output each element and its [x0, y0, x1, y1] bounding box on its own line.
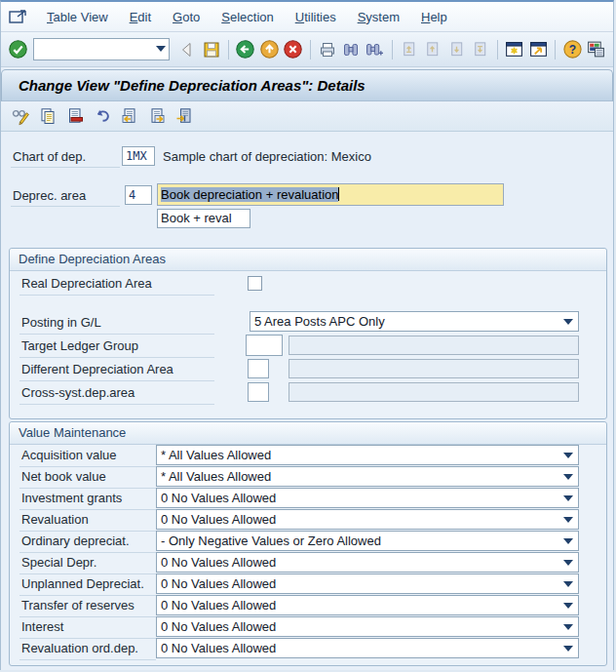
page-title: Change View "Define Depreciation Areas":…	[2, 77, 366, 94]
save-icon	[202, 40, 221, 59]
next-page-button[interactable]	[445, 38, 467, 61]
menu-utilities[interactable]: Utilities	[285, 7, 347, 27]
deprec-area-input[interactable]: 4	[125, 185, 152, 205]
find-button[interactable]	[340, 38, 362, 61]
command-input[interactable]	[37, 40, 158, 59]
text-caret	[338, 187, 339, 201]
menu-edit[interactable]: Edit	[119, 7, 162, 27]
menu-system[interactable]: System	[347, 7, 410, 27]
next-entry-icon	[147, 106, 167, 126]
chart-of-dep-input[interactable]: 1MX	[122, 146, 155, 166]
delete-icon	[65, 106, 85, 126]
revaluation-select[interactable]: 0 No Values Allowed	[156, 509, 579, 530]
menu-selection[interactable]: Selection	[211, 7, 284, 27]
first-page-button[interactable]	[398, 38, 419, 61]
target-ledger-group-description	[289, 336, 579, 355]
special-depr-select[interactable]: 0 No Values Allowed	[156, 552, 579, 573]
net-book-value-label: Net book value	[19, 467, 156, 489]
chevron-down-icon	[563, 581, 573, 587]
other-entry-icon	[174, 106, 194, 126]
chart-of-dep-description: Sample chart of depreciation: Mexico	[163, 147, 371, 167]
cancel-icon	[283, 39, 303, 59]
cancel-button[interactable]	[282, 38, 303, 61]
previous-page-button[interactable]	[422, 38, 443, 61]
real-depreciation-area-checkbox[interactable]	[248, 276, 262, 291]
unplanned-depreciat-select[interactable]: 0 No Values Allowed	[156, 573, 579, 594]
control-menu-icon[interactable]	[9, 9, 28, 24]
find-next-button[interactable]	[364, 38, 385, 61]
net-book-value-select[interactable]: * All Values Allowed	[156, 466, 579, 487]
revaluation-ord-dep-label: Revaluation ord.dep.	[19, 639, 156, 660]
selected-option: 5 Area Posts APC Only	[250, 312, 563, 331]
collapse-button[interactable]	[176, 38, 198, 61]
menu-table-view[interactable]: Table View	[36, 7, 119, 27]
selected-option: - Only Negative Values or Zero Allowed	[157, 532, 563, 550]
last-page-button[interactable]	[469, 38, 490, 61]
unplanned-depreciat-label: Unplanned Depreciat.	[19, 574, 156, 596]
interest-select[interactable]: 0 No Values Allowed	[156, 616, 579, 637]
new-session-icon	[504, 39, 524, 59]
chevron-down-icon	[563, 474, 573, 480]
chevron-down-icon	[563, 646, 573, 652]
investment-grants-select[interactable]: 0 No Values Allowed	[156, 488, 579, 508]
target-ledger-group-input[interactable]	[246, 335, 283, 356]
selected-option: 0 No Values Allowed	[157, 489, 563, 507]
value-maintenance-title: Value Maintenance	[10, 422, 606, 445]
command-field[interactable]	[33, 38, 170, 60]
customize-layout-button[interactable]	[586, 38, 607, 61]
chevron-down-icon	[563, 319, 573, 325]
menu-help[interactable]: Help	[410, 7, 458, 27]
next-page-icon	[447, 40, 466, 59]
menu-goto[interactable]: Goto	[162, 7, 211, 27]
chevron-down-icon	[563, 603, 573, 609]
save-button[interactable]	[200, 38, 221, 61]
back-button[interactable]	[235, 38, 256, 61]
deprec-area-short-name-input[interactable]: Book + reval	[157, 209, 250, 228]
selected-option: 0 No Values Allowed	[157, 639, 563, 657]
selected-option: 0 No Values Allowed	[157, 596, 563, 614]
undo-button[interactable]	[91, 105, 114, 127]
exit-button[interactable]	[258, 38, 280, 61]
deprec-area-label: Deprec. area	[11, 186, 120, 207]
acquisition-value-select[interactable]: * All Values Allowed	[156, 445, 579, 465]
posting-in-gl-select[interactable]: 5 Area Posts APC Only	[250, 311, 579, 332]
transfer-of-reserves-label: Transfer of reserves	[19, 596, 156, 617]
enter-button[interactable]	[7, 38, 28, 61]
ordinary-depreciat-select[interactable]: - Only Negative Values or Zero Allowed	[156, 531, 579, 551]
chevron-down-icon	[563, 624, 573, 630]
find-next-icon	[365, 40, 384, 59]
investment-grants-label: Investment grants	[19, 489, 156, 510]
print-button[interactable]	[317, 38, 338, 61]
transfer-of-reserves-select[interactable]: 0 No Values Allowed	[156, 595, 579, 615]
command-history-icon[interactable]	[156, 46, 166, 52]
chart-of-dep-label: Chart of dep.	[11, 147, 120, 168]
deprec-area-name-input[interactable]: Book depreciation + revaluation	[157, 183, 504, 206]
display-change-button[interactable]	[9, 105, 32, 127]
find-icon	[341, 40, 361, 59]
selected-text: Book depreciation + revaluation	[161, 187, 338, 202]
toolbar-separator	[497, 40, 498, 59]
new-session-button[interactable]	[504, 38, 525, 61]
create-shortcut-button[interactable]	[527, 38, 549, 61]
delete-button[interactable]	[63, 105, 87, 127]
focus-corner	[498, 198, 504, 206]
next-entry-button[interactable]	[145, 105, 169, 127]
value-maintenance-box: Value Maintenance Acquisition value * Al…	[9, 421, 607, 666]
other-entry-button[interactable]	[173, 105, 196, 127]
undo-icon	[93, 106, 113, 127]
cross-syst-dep-area-input[interactable]	[248, 382, 269, 402]
chevron-down-icon	[563, 538, 573, 544]
copy-button[interactable]	[36, 105, 59, 127]
chevron-down-icon	[563, 517, 573, 523]
back-triangle-icon	[178, 41, 196, 59]
display-change-icon	[11, 106, 31, 127]
define-depreciation-areas-title: Define Depreciation Areas	[10, 249, 606, 271]
revaluation-ord-dep-select[interactable]: 0 No Values Allowed	[156, 638, 579, 658]
create-shortcut-icon	[528, 39, 549, 59]
svg-text:?: ?	[569, 43, 576, 57]
help-button[interactable]: ?	[561, 38, 583, 61]
previous-entry-button[interactable]	[118, 105, 141, 127]
different-depreciation-area-input[interactable]	[248, 359, 269, 378]
enter-icon	[8, 39, 28, 59]
menu-bar: Table View Edit Goto Selection Utilities…	[1, 2, 613, 32]
